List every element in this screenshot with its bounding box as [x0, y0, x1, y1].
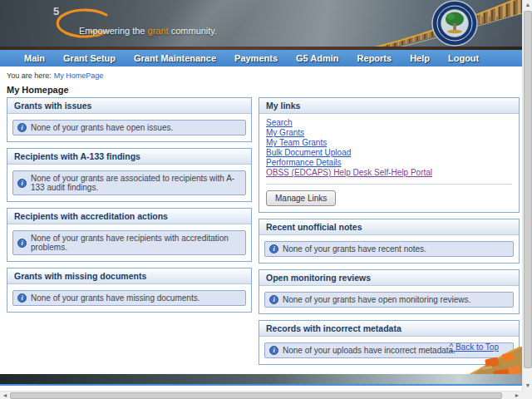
page-title: My Homepage [7, 85, 69, 95]
tagline: Empowering the grant community. [79, 26, 217, 36]
scroll-down-arrow-icon[interactable]: ▼ [523, 381, 532, 391]
info-text: None of your uploads have incorrect meta… [283, 346, 456, 355]
panel-header: Grants with issues [7, 98, 251, 114]
right-column: My links Search My Grants My Team Grants… [259, 97, 520, 371]
nav-payments[interactable]: Payments [225, 53, 287, 63]
panel-header: Open monitoring reviews [259, 270, 519, 286]
department-of-education-seal-art [432, 1, 477, 46]
info-icon: i [269, 244, 278, 254]
info-text: None of your grants have missing documen… [31, 293, 200, 303]
panel-header: Recent unofficial notes [259, 219, 519, 235]
footer-accent-line [0, 384, 522, 386]
horizontal-scrollbar-thumb[interactable] [10, 392, 502, 399]
g5-homepage-window: 5 Empowering the grant community. Main G… [0, 0, 532, 399]
info-text: None of your grants are associated to re… [31, 174, 241, 192]
page-header-banner: 5 Empowering the grant community. [0, 0, 522, 47]
info-icon: i [269, 346, 278, 355]
info-message: i None of your grants have open issues. [12, 120, 246, 135]
link-my-grants[interactable]: My Grants [266, 128, 304, 138]
nav-logout[interactable]: Logout [439, 53, 488, 63]
link-my-team-grants[interactable]: My Team Grants [266, 138, 327, 148]
info-text: None of your grants have open issues. [31, 123, 173, 132]
left-column: Grants with issues i None of your grants… [7, 97, 252, 318]
info-message: i None of your grants are associated to … [12, 170, 246, 195]
link-bulk-document-upload[interactable]: Bulk Document Upload [266, 148, 351, 158]
nav-main[interactable]: Main [15, 53, 54, 63]
scroll-right-arrow-icon[interactable]: ► [512, 392, 522, 399]
panel-grants-with-issues: Grants with issues i None of your grants… [7, 97, 252, 142]
scrollbar-corner [522, 391, 532, 399]
link-obss-help-desk[interactable]: OBSS (EDCAPS) Help Desk Self-Help Portal [266, 168, 432, 178]
vertical-scrollbar-thumb[interactable] [524, 11, 532, 368]
panel-recent-unofficial-notes: Recent unofficial notes i None of your g… [259, 219, 520, 264]
scroll-left-arrow-icon[interactable]: ◄ [0, 392, 10, 399]
tagline-suffix: community. [169, 26, 217, 36]
panel-a133-findings: Recipients with A-133 findings i None of… [7, 148, 252, 202]
link-performance-details[interactable]: Performance Details [266, 158, 342, 168]
divider [266, 184, 512, 185]
vertical-scrollbar[interactable]: ▲ ▼ [522, 0, 532, 391]
g5-logo [52, 7, 118, 42]
info-text: None of your grants have recipients with… [31, 234, 241, 252]
nav-reports[interactable]: Reports [348, 53, 401, 63]
panel-my-links: My links Search My Grants My Team Grants… [259, 97, 520, 213]
nav-grant-setup[interactable]: Grant Setup [54, 53, 125, 63]
g5-logo-five: 5 [53, 5, 59, 17]
panel-accreditation-actions: Recipients with accreditation actions i … [7, 208, 252, 262]
nav-help[interactable]: Help [401, 53, 439, 63]
horizontal-scrollbar[interactable]: ◄ ► [0, 391, 522, 399]
info-icon: i [17, 293, 27, 303]
panel-open-monitoring-reviews: Open monitoring reviews i None of your g… [259, 269, 520, 314]
tagline-prefix: Empowering the [79, 26, 148, 36]
info-icon: i [269, 295, 278, 304]
info-message: i None of your grants have missing docum… [12, 290, 246, 306]
panel-header: My links [259, 98, 519, 114]
info-text: None of your grants have recent notes. [283, 244, 426, 254]
panel-header: Recipients with accreditation actions [7, 209, 251, 224]
info-message: i None of your grants have recipients wi… [12, 230, 246, 255]
info-icon: i [17, 123, 27, 132]
nav-g5-admin[interactable]: G5 Admin [287, 53, 348, 63]
scroll-up-arrow-icon[interactable]: ▲ [523, 0, 532, 10]
info-icon: i [17, 179, 27, 188]
breadcrumb: You are here:My HomePage [7, 71, 103, 80]
manage-links-button[interactable]: Manage Links [266, 190, 336, 206]
panel-missing-documents: Grants with missing documents i None of … [7, 268, 252, 313]
breadcrumb-prefix: You are here: [7, 71, 52, 80]
breadcrumb-current-link[interactable]: My HomePage [54, 71, 104, 80]
panel-header: Recipients with A-133 findings [7, 149, 251, 165]
main-nav-bar: Main Grant Setup Grant Maintenance Payme… [0, 50, 522, 66]
info-text: None of your grants have open monitoring… [283, 295, 470, 304]
link-search[interactable]: Search [266, 118, 293, 128]
footer-photo-strip [0, 374, 522, 384]
info-icon: i [17, 239, 27, 248]
panel-header: Grants with missing documents [7, 268, 251, 284]
nav-grant-maintenance[interactable]: Grant Maintenance [125, 53, 225, 63]
info-message: i None of your grants have recent notes. [264, 241, 514, 257]
tagline-highlight: grant [148, 26, 169, 36]
info-message: i None of your grants have open monitori… [264, 292, 514, 308]
panel-header: Records with incorrect metadata [259, 321, 519, 337]
